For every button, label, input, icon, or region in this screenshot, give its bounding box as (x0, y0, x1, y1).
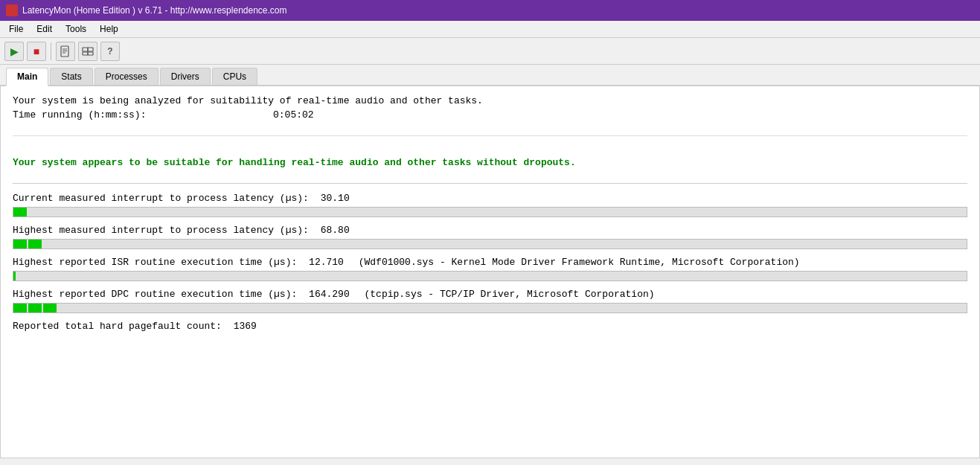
svg-rect-7 (88, 52, 93, 55)
help-button[interactable]: ? (100, 42, 120, 61)
metric-highest-isr-value: 12.710 (303, 257, 344, 268)
progress-fill-2 (13, 240, 43, 248)
metric-highest-interrupt-value: 68.80 (315, 225, 350, 236)
progress-fill-1 (13, 208, 27, 217)
app-icon (6, 4, 18, 16)
section-divider-1 (13, 183, 967, 184)
svg-rect-6 (83, 52, 88, 55)
report-icon (60, 45, 71, 57)
progress-bar-dpc (13, 303, 967, 313)
metric-current-interrupt-value: 30.10 (315, 193, 350, 204)
metric-highest-dpc-detail: (tcpip.sys - TCP/IP Driver, Microsoft Co… (356, 289, 655, 300)
menu-tools[interactable]: Tools (60, 22, 92, 36)
tab-stats[interactable]: Stats (50, 68, 92, 85)
metric-highest-isr: Highest reported ISR routine execution t… (13, 257, 967, 268)
screenshot-button[interactable] (78, 42, 97, 61)
status-section: Your system is being analyzed for suitab… (13, 95, 967, 136)
tab-drivers[interactable]: Drivers (160, 68, 211, 85)
stop-button[interactable]: ■ (27, 42, 46, 61)
progress-bar-isr (13, 271, 967, 281)
metric-highest-isr-label: Highest reported ISR routine execution t… (13, 257, 297, 268)
metric-highest-dpc-label: Highest reported DPC routine execution t… (13, 289, 297, 300)
time-running-row: Time running (h:mm:ss):0:05:02 (13, 109, 967, 121)
metric-highest-interrupt-label: Highest measured interrupt to process la… (13, 225, 309, 236)
svg-rect-4 (83, 48, 88, 51)
tab-cpus[interactable]: CPUs (212, 68, 257, 85)
play-button[interactable]: ▶ (4, 42, 24, 61)
tab-processes[interactable]: Processes (95, 68, 158, 85)
app-title: LatencyMon (Home Edition ) v 6.71 - http… (22, 5, 287, 16)
menu-help[interactable]: Help (94, 22, 124, 36)
menu-bar: File Edit Tools Help (0, 21, 980, 38)
main-content: Your system is being analyzed for suitab… (0, 86, 980, 458)
metric-current-interrupt-label: Current measured interrupt to process la… (13, 193, 309, 204)
status-header: Your system is being analyzed for suitab… (13, 95, 967, 106)
time-label: Time running (h:mm:ss): (13, 109, 273, 121)
toolbar-divider-1 (51, 42, 51, 60)
green-status-message: Your system appears to be suitable for h… (13, 148, 967, 174)
metric-pagefault-label: Reported total hard pagefault count: (13, 321, 222, 332)
tab-main[interactable]: Main (6, 68, 48, 86)
screenshot-icon (82, 45, 94, 57)
report-button[interactable] (56, 42, 75, 61)
svg-rect-5 (88, 48, 93, 51)
progress-bar-highest-interrupt (13, 239, 967, 249)
metric-pagefault: Reported total hard pagefault count: 136… (13, 321, 967, 332)
metric-highest-dpc: Highest reported DPC routine execution t… (13, 289, 967, 300)
metric-current-interrupt: Current measured interrupt to process la… (13, 193, 967, 204)
menu-file[interactable]: File (3, 22, 29, 36)
progress-bar-current-interrupt (13, 207, 967, 217)
tabs: Main Stats Processes Drivers CPUs (0, 65, 980, 86)
menu-edit[interactable]: Edit (31, 22, 58, 36)
metric-highest-isr-detail: (Wdf01000.sys - Kernel Mode Driver Frame… (350, 257, 800, 268)
toolbar: ▶ ■ ? (0, 38, 980, 65)
title-bar: LatencyMon (Home Edition ) v 6.71 - http… (0, 0, 980, 21)
metric-highest-dpc-value: 164.290 (303, 289, 350, 300)
metric-pagefault-value: 1369 (228, 321, 257, 332)
time-value: 0:05:02 (273, 109, 314, 121)
progress-fill-3 (13, 272, 16, 280)
progress-fill-4 (13, 304, 60, 312)
status-header-text: Your system is being analyzed for suitab… (13, 95, 483, 106)
metric-highest-interrupt: Highest measured interrupt to process la… (13, 225, 967, 236)
